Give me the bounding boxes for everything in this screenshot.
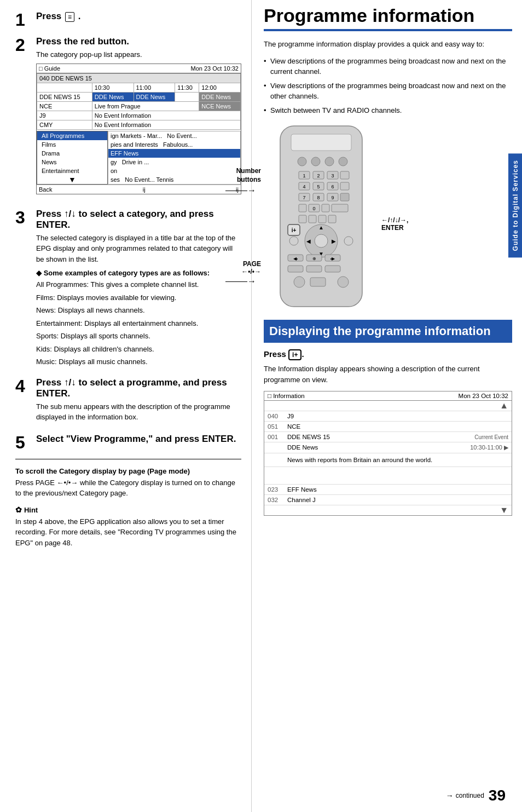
bullet-list: View descriptions of the programmes bein…: [264, 56, 512, 116]
svg-rect-53: [306, 266, 322, 272]
epg-popup-drama[interactable]: Drama: [37, 149, 107, 158]
scroll-body: Press PAGE ←•/•→ while the Category disp…: [15, 477, 241, 499]
epg-popup-right-row-4: on: [108, 166, 240, 175]
epg-popup-all-programmes[interactable]: All Programmes: [37, 131, 107, 140]
divider-1: [15, 459, 241, 459]
step-1: 1 Press ≡ .: [15, 11, 241, 28]
svg-text:2: 2: [317, 173, 320, 178]
svg-text:6: 6: [331, 184, 334, 189]
step-3-subsection-title: Some examples of category types are as f…: [36, 269, 241, 277]
epg-header-right: Mon 23 Oct 10:32: [191, 65, 239, 72]
svg-rect-33: [309, 215, 316, 223]
svg-text:▲: ▲: [318, 224, 324, 231]
step-3-body: The selected category is displayed in a …: [36, 233, 241, 265]
step-3: 3 Press ↑/↓ to select a category, and pr…: [15, 209, 241, 370]
epg-category-popup: All Programmes Films Drama News Entertai…: [37, 131, 108, 185]
info-table-header: □ Information Mon 23 Oct 10:32: [264, 391, 512, 401]
epg-row-0: DDE NEWS 15 DDE News DDE News DDE News: [37, 92, 241, 101]
epg-popup-entertainment[interactable]: Entertainment: [37, 166, 107, 175]
svg-text:4: 4: [303, 184, 305, 189]
epg-popup-right: ign Markets - Mar... No Event... pies an…: [108, 131, 241, 185]
scroll-indicator-bottom: ▼: [264, 505, 512, 515]
info-table-rows: ▲ 040 J9 051 NCE 001 DDE NEWS 15 Current…: [264, 401, 512, 515]
remote-area: Number buttons → PAGE ←•/•→ → ←/↑/↓/→, E…: [264, 123, 512, 311]
menu-key-icon: ≡: [65, 12, 74, 22]
step-1-period: .: [78, 11, 81, 21]
info-row-spacer: [264, 467, 512, 485]
info-name-4: EFF News: [287, 486, 508, 493]
svg-rect-19: [340, 182, 349, 190]
step-4-content: Press ↑/↓ to select a programme, and pre…: [36, 377, 241, 426]
step-3-example-6: Music: Displays all music channels.: [36, 356, 241, 367]
step-2-body: The category pop-up list appears.: [36, 49, 241, 60]
info-time-3: 10:30-11:00 ▶: [470, 444, 508, 451]
svg-point-3: [311, 157, 320, 166]
epg-footer-mid: ij: [143, 186, 146, 193]
step-4: 4 Press ↑/↓ to select a programme, and p…: [15, 377, 241, 426]
epg-header-left: □ Guide: [39, 65, 60, 72]
svg-text:▶: ▶: [332, 238, 336, 244]
epg-row-1: NCE Live from Prague NCE News: [37, 101, 241, 111]
svg-text:i+: i+: [292, 227, 297, 233]
svg-text:◀•: ◀•: [293, 256, 298, 261]
bullet-1: View descriptions of the programmes bein…: [264, 80, 512, 102]
epg-popup-news[interactable]: News: [37, 158, 107, 166]
step-1-title: Press ≡ .: [36, 11, 241, 22]
step-3-example-3: Entertainment: Displays all entertainmen…: [36, 318, 241, 329]
info-badge-2: Current Event: [474, 434, 508, 440]
step-2-title: Press the red button.: [36, 36, 241, 47]
svg-rect-32: [299, 215, 306, 223]
svg-rect-54: [325, 266, 340, 272]
press-iplus-line: Press i+.: [264, 349, 512, 360]
continued-arrow: →: [446, 791, 454, 800]
epg-popup-right-row-3: gy Drive in ...: [108, 158, 240, 166]
press-body: The Information display appears showing …: [264, 364, 512, 385]
svg-rect-30: [322, 204, 329, 212]
svg-text:⊕: ⊕: [312, 256, 316, 261]
epg-cell-0-3: DDE News: [199, 92, 241, 101]
svg-rect-35: [328, 215, 336, 223]
epg-back[interactable]: Back: [39, 186, 52, 193]
svg-point-5: [339, 157, 347, 166]
info-table-header-left: □ Information: [268, 393, 305, 399]
epg-table: □ Guide Mon 23 Oct 10:32 040 DDE NEWS 15…: [36, 64, 241, 194]
epg-row-3: CMY No Event Information: [37, 120, 241, 129]
svg-text:8: 8: [317, 195, 320, 200]
epg-ch-3: CMY: [37, 120, 92, 129]
info-row-4: 023 EFF News: [264, 485, 512, 495]
epg-row-2: J9 No Event Information: [37, 111, 241, 120]
info-ch-0: 040: [268, 413, 287, 419]
step-1-number: 1: [15, 11, 31, 28]
step-3-example-1: Films: Displays movies available for vie…: [36, 292, 241, 303]
info-name-1: NCE: [287, 423, 508, 430]
iplus-button[interactable]: i+: [288, 349, 301, 360]
epg-time-1: 10:30: [92, 83, 134, 92]
step-2: 2 Press the red button. The category pop…: [15, 36, 241, 201]
svg-point-55: [294, 277, 305, 287]
svg-rect-12: [340, 171, 349, 179]
svg-text:•▶: •▶: [330, 256, 336, 261]
epg-popup-films[interactable]: Films: [37, 140, 107, 149]
info-table-body: ▲ 040 J9 051 NCE 001 DDE NEWS 15 Current…: [264, 401, 512, 515]
svg-rect-56: [310, 278, 326, 286]
step-5-content: Select "View Programme," and press ENTER…: [36, 434, 241, 447]
epg-time-2: 11:00: [134, 83, 175, 92]
svg-point-4: [325, 157, 334, 166]
svg-text:◀: ◀: [306, 238, 311, 244]
svg-text:0: 0: [312, 206, 315, 211]
epg-time-blank: [37, 83, 92, 92]
epg-popup-right-row-0: ign Markets - Mar... No Event...: [108, 131, 240, 140]
step-4-body: The sub menu appears with the descriptio…: [36, 401, 241, 423]
epg-ch-1: NCE: [37, 101, 92, 111]
epg-popup-area: All Programmes Films Drama News Entertai…: [37, 131, 241, 185]
continued-text: continued: [456, 792, 484, 799]
press-text: Press: [264, 349, 286, 359]
svg-text:9: 9: [331, 195, 334, 200]
info-row-5: 032 Channel J: [264, 495, 512, 505]
info-row-3: DDE News 10:30-11:00 ▶: [264, 442, 512, 453]
number-buttons-label: Number buttons →: [225, 167, 261, 197]
epg-popup-scroll-arrow: ▼: [37, 175, 107, 184]
continued-label: → continued: [446, 791, 484, 800]
info-row-0: 040 J9: [264, 411, 512, 422]
epg-popup-right-row-5: ses No Event... Tennis: [108, 175, 240, 184]
